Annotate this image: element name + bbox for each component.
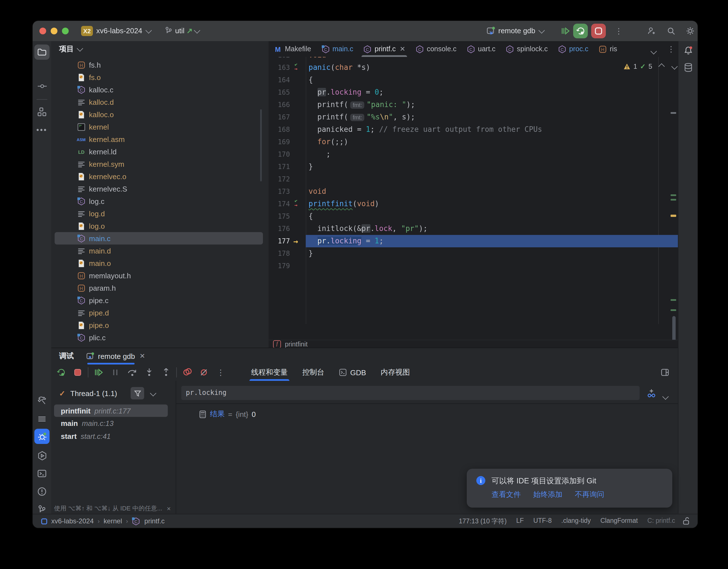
notification-action-link[interactable]: 查看文件: [492, 490, 521, 500]
gutter[interactable]: 162: [269, 57, 306, 61]
gutter[interactable]: 171: [269, 160, 306, 173]
sidebar-item-problems[interactable]: [34, 484, 50, 499]
mute-breakpoints-icon[interactable]: [195, 364, 212, 381]
tree-item-kernel[interactable]: kernel: [51, 120, 269, 133]
project-panel-header[interactable]: 项目: [59, 41, 82, 57]
tree-item-fs.h[interactable]: Hfs.h: [51, 59, 269, 71]
more-actions-kebab-icon[interactable]: ⋮: [615, 27, 623, 35]
database-icon[interactable]: [684, 62, 693, 73]
close-icon[interactable]: ×: [167, 505, 171, 512]
filter-funnel-icon[interactable]: [131, 387, 144, 400]
sidebar-item-build[interactable]: [34, 393, 50, 408]
function-breadcrumb[interactable]: f printfinit: [269, 340, 678, 348]
code-line-172[interactable]: 172: [269, 173, 678, 185]
sidebar-item-project[interactable]: [34, 44, 50, 60]
tree-item-pipe.o[interactable]: pipe.o: [51, 319, 269, 331]
gear-icon[interactable]: [686, 26, 695, 35]
tree-item-pipe.d[interactable]: pipe.d: [51, 307, 269, 319]
sidebar-item-services[interactable]: [34, 448, 50, 463]
lock-icon[interactable]: [682, 517, 690, 525]
gutter[interactable]: 179: [269, 260, 306, 272]
resume-program-button[interactable]: [561, 26, 570, 35]
code-line-177[interactable]: 177→ pr.locking = 1;: [269, 235, 678, 247]
tree-item-pipe.c[interactable]: Cpipe.c: [51, 294, 269, 307]
code-editor[interactable]: 162void163←→panic(char *s)164{165 pr.loc…: [269, 57, 678, 324]
debug-view-tab-内存视图[interactable]: 内存视图: [373, 364, 417, 381]
rerun-debug-icon[interactable]: [52, 364, 69, 381]
tree-item-fs.o[interactable]: fs.o: [51, 71, 269, 83]
tree-item-log.c[interactable]: Clog.c: [51, 195, 269, 207]
stack-frame-main[interactable]: mainmain.c:13: [54, 417, 168, 430]
gutter[interactable]: 178: [269, 247, 306, 260]
tree-item-log.o[interactable]: log.o: [51, 220, 269, 232]
code-line-173[interactable]: 173void: [269, 185, 678, 198]
gutter[interactable]: 176: [269, 222, 306, 235]
status-item[interactable]: ClangFormat: [600, 517, 638, 525]
debug-view-tab-GDB[interactable]: GDB: [332, 364, 373, 381]
run-config-selector[interactable]: remote gdb: [498, 21, 544, 41]
crumb-folder[interactable]: kernel: [104, 517, 122, 525]
code-line-175[interactable]: 175{: [269, 210, 678, 222]
tree-scrollbar[interactable]: [260, 109, 262, 181]
resume-icon[interactable]: [90, 364, 107, 381]
tree-item-main.c[interactable]: Cmain.c: [51, 232, 269, 244]
pause-icon[interactable]: [107, 364, 124, 381]
tree-item-memlayout.h[interactable]: Hmemlayout.h: [51, 269, 269, 282]
close-icon[interactable]: ✕: [140, 352, 145, 360]
code-line-165[interactable]: 165 pr.locking = 0;: [269, 86, 678, 99]
close-icon[interactable]: ✕: [400, 45, 405, 53]
prev-issue-chevron-icon[interactable]: [659, 63, 665, 70]
sidebar-item-more[interactable]: •••: [34, 122, 50, 137]
gutter[interactable]: 165: [269, 86, 306, 99]
notification-action-link[interactable]: 不再询问: [575, 490, 604, 500]
gutter[interactable]: 166: [269, 99, 306, 111]
tab-uart.c[interactable]: Cuart.c: [462, 41, 501, 57]
sidebar-item-structure[interactable]: [34, 104, 50, 119]
tree-item-kalloc.o[interactable]: kalloc.o: [51, 108, 269, 120]
code-line-178[interactable]: 178}: [269, 247, 678, 260]
zoom-window-button[interactable]: [62, 28, 69, 34]
gutter[interactable]: 163←→: [269, 61, 306, 74]
gutter[interactable]: 170: [269, 148, 306, 160]
tab-ris[interactable]: Hris: [593, 41, 622, 57]
sidebar-item-todo[interactable]: [34, 412, 50, 427]
gutter[interactable]: 164: [269, 74, 306, 86]
tree-item-kernel.ld[interactable]: LDkernel.ld: [51, 145, 269, 158]
gutter[interactable]: 173: [269, 185, 306, 198]
tree-item-kernelvec.S[interactable]: kernelvec.S: [51, 182, 269, 195]
code-line-170[interactable]: 170 ;: [269, 148, 678, 160]
code-line-163[interactable]: 163←→panic(char *s): [269, 61, 678, 74]
chevron-down-icon[interactable]: [663, 391, 668, 401]
stack-frame-printfinit[interactable]: printfinitprintf.c:177: [54, 405, 168, 417]
status-item[interactable]: C: printf.c: [647, 517, 675, 525]
step-over-icon[interactable]: [124, 364, 141, 381]
stack-frame-start[interactable]: startstart.c:41: [54, 430, 168, 442]
watch-expression-input[interactable]: pr.locking: [181, 386, 640, 400]
watch-result-row[interactable]: 结果 = {int} 0: [199, 408, 256, 420]
branch-widget[interactable]: util ↗: [175, 21, 199, 41]
code-line-168[interactable]: 168 panicked = 1; // freeze uart output …: [269, 123, 678, 136]
code-line-174[interactable]: 174←→printfinit(void): [269, 198, 678, 210]
status-breadcrumbs[interactable]: xv6-labs-2024 › kernel › C printf.c: [41, 517, 165, 525]
tree-item-main.d[interactable]: main.d: [51, 244, 269, 257]
gutter[interactable]: 177→: [269, 235, 306, 247]
code-line-179[interactable]: 179: [269, 260, 678, 272]
add-user-icon[interactable]: [646, 26, 655, 35]
status-item[interactable]: .clang-tidy: [561, 517, 591, 525]
debug-view-tab-线程和变量[interactable]: 线程和变量: [244, 364, 295, 381]
gutter[interactable]: 168: [269, 123, 306, 136]
tree-item-main.o[interactable]: main.o: [51, 257, 269, 269]
tree-item-param.h[interactable]: Hparam.h: [51, 282, 269, 294]
tab-list-chevron-icon[interactable]: [651, 46, 656, 56]
stop-icon[interactable]: [69, 364, 86, 381]
status-item[interactable]: 177:13 (10 字符): [459, 517, 507, 525]
inspections-widget[interactable]: 1 ✓ 5: [623, 62, 677, 70]
thread-selector[interactable]: ✓ Thread-1 (1.1): [51, 386, 155, 401]
tree-item-kernelvec.o[interactable]: kernelvec.o: [51, 170, 269, 182]
tree-item-log.d[interactable]: log.d: [51, 207, 269, 220]
code-line-167[interactable]: 167 printf(fmt:"%s\n", s);: [269, 111, 678, 123]
minimize-window-button[interactable]: [51, 28, 57, 34]
debug-view-tab-控制台[interactable]: 控制台: [295, 364, 332, 381]
tree-item-plic.c[interactable]: Cplic.c: [51, 331, 269, 344]
project-switcher[interactable]: xv6-labs-2024: [96, 21, 151, 41]
